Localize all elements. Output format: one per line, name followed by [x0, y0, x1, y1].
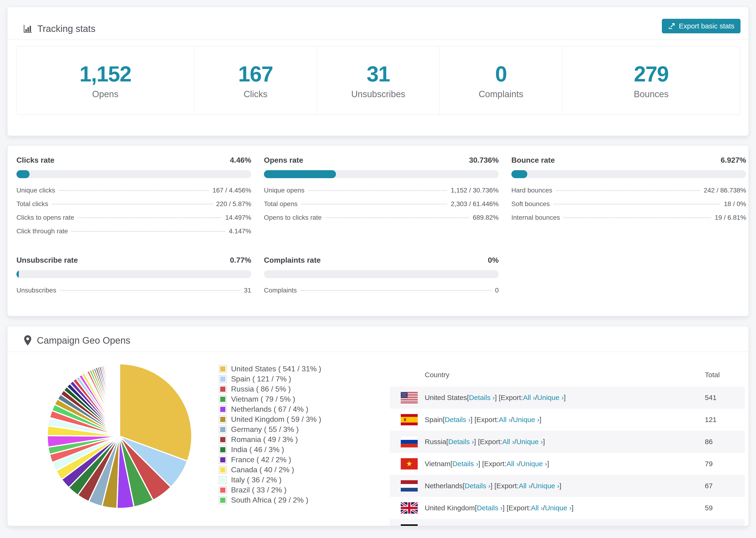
- export-unique-link[interactable]: Unique ›: [520, 460, 547, 468]
- country-name: United States: [425, 394, 467, 402]
- export-unique-link[interactable]: Unique ›: [516, 438, 543, 446]
- legend-item-brazil: Brazil ( 33 / 2% ): [219, 485, 321, 495]
- details-link[interactable]: Details ›: [456, 526, 482, 526]
- bracket: ] [Export:: [490, 482, 519, 490]
- country-name: Germany: [425, 526, 454, 526]
- bracket: ]: [543, 438, 545, 446]
- total-cell: 121: [705, 416, 745, 424]
- dotted-leader: [72, 231, 225, 232]
- export-unique-link[interactable]: Unique ›: [513, 416, 539, 424]
- details-link[interactable]: Details ›: [453, 460, 478, 468]
- rate-row-label: Clicks to opens rate: [17, 214, 74, 221]
- details-link[interactable]: Details ›: [469, 394, 495, 402]
- legend-swatch: [219, 405, 227, 413]
- flag-gb-icon: [401, 502, 418, 513]
- export-unique-link[interactable]: Unique ›: [537, 394, 564, 402]
- table-row-de: Germany [Details ›] [Export: All › / Uni…: [390, 519, 745, 526]
- export-unique-link[interactable]: Unique ›: [524, 526, 550, 526]
- stat-value: 167: [238, 62, 273, 86]
- rate-block-bounce-rate: Bounce rate6.927%Hard bounces242 / 86.73…: [512, 156, 746, 228]
- rate-row-label: Opens to clicks rate: [264, 214, 322, 221]
- legend-swatch: [219, 395, 227, 403]
- export-basic-stats-button[interactable]: Export basic stats: [662, 19, 740, 33]
- legend-item-netherlands: Netherlands ( 67 / 4% ): [219, 404, 321, 414]
- rate-row-label: Total opens: [264, 200, 297, 208]
- pie-slice-other: [119, 364, 120, 436]
- legend-item-canada: Canada ( 40 / 2% ): [219, 465, 321, 475]
- geo-header-separator: [8, 351, 748, 352]
- slash: /: [522, 526, 523, 526]
- geo-opens-pie-chart: [44, 361, 195, 511]
- rate-row: Unique clicks167 / 4.456%: [17, 187, 251, 200]
- country-name: United Kingdom: [425, 504, 475, 512]
- legend-label: Vietnam ( 79 / 5% ): [231, 395, 295, 404]
- rates-card: Clicks rate4.46%Unique clicks167 / 4.456…: [7, 145, 749, 316]
- export-all-link[interactable]: All ›: [531, 504, 543, 512]
- total-cell: 541: [705, 394, 745, 402]
- legend-label: Russia ( 86 / 5% ): [231, 385, 291, 394]
- export-all-link[interactable]: All ›: [510, 526, 522, 526]
- dotted-leader: [300, 290, 491, 291]
- rate-row: Total opens2,303 / 61.446%: [264, 200, 499, 214]
- rate-progress-track: [264, 270, 499, 278]
- export-unique-link[interactable]: Unique ›: [545, 504, 571, 512]
- legend-item-germany: Germany ( 55 / 3% ): [219, 424, 321, 435]
- table-row-vn: Vietnam [Details ›] [Export: All › / Uni…: [390, 453, 745, 475]
- stat-value: 279: [634, 62, 669, 86]
- flag-ru-icon: [401, 436, 418, 447]
- rate-row: Hard bounces242 / 86.738%: [512, 187, 746, 200]
- geo-title-text: Campaign Geo Opens: [37, 335, 130, 346]
- rate-row-label: Unique clicks: [17, 187, 55, 194]
- legend-label: Romania ( 49 / 3% ): [231, 435, 298, 444]
- slash: /: [543, 504, 545, 512]
- rate-row-value: 2,303 / 61.446%: [451, 200, 499, 208]
- flag-de-icon: [401, 524, 418, 526]
- rate-row-value: 18 / 0%: [724, 200, 746, 208]
- rate-value: 30.736%: [469, 156, 499, 165]
- campaign-geo-opens-card: Campaign Geo Opens United States ( 541 /…: [7, 326, 749, 526]
- details-link[interactable]: Details ›: [448, 438, 474, 446]
- legend-item-vietnam: Vietnam ( 79 / 5% ): [219, 394, 321, 404]
- country-cell: Spain [Details ›] [Export: All › / Uniqu…: [390, 414, 705, 425]
- details-link[interactable]: Details ›: [445, 416, 470, 424]
- rate-row: Internal bounces19 / 6.81%: [512, 214, 746, 228]
- rate-row: Clicks to opens rate14.497%: [17, 214, 251, 228]
- legend-label: Brazil ( 33 / 2% ): [231, 486, 287, 494]
- dotted-leader: [301, 204, 447, 204]
- rate-row-label: Complaints: [264, 287, 297, 294]
- export-unique-link[interactable]: Unique ›: [533, 482, 559, 490]
- rate-head: Complaints rate0%: [264, 256, 499, 265]
- rate-row: Click through rate4.147%: [17, 228, 251, 241]
- column-header-total: Total: [705, 371, 745, 379]
- pie-legend: United States ( 541 / 31% )Spain ( 121 /…: [219, 364, 321, 505]
- rate-row-value: 19 / 6.81%: [715, 214, 746, 221]
- export-all-link[interactable]: All ›: [519, 482, 531, 490]
- rate-row: Opens to clicks rate689.82%: [264, 214, 499, 228]
- legend-item-south-africa: South Africa ( 29 / 2% ): [219, 495, 321, 505]
- legend-item-india: India ( 46 / 3% ): [219, 445, 321, 455]
- summary-stat-unsubscribes: 31Unsubscribes: [317, 46, 440, 115]
- bracket: ] [Export:: [482, 526, 510, 526]
- rate-row: Unique opens1,152 / 30.736%: [264, 187, 499, 200]
- details-link[interactable]: Details ›: [477, 504, 503, 512]
- stat-label: Unsubscribes: [351, 89, 405, 99]
- legend-label: Italy ( 36 / 2% ): [231, 476, 282, 484]
- bracket: ]: [540, 416, 541, 424]
- dotted-leader: [553, 204, 720, 204]
- rate-title: Complaints rate: [264, 256, 321, 265]
- export-all-link[interactable]: All ›: [499, 416, 511, 424]
- table-row-us: United States [Details ›] [Export: All ›…: [390, 387, 745, 409]
- tracking-stats-page: { "header": { "title": "Tracking stats",…: [0, 0, 756, 538]
- export-all-link[interactable]: All ›: [502, 438, 514, 446]
- bracket: [: [475, 504, 477, 512]
- details-link[interactable]: Details ›: [465, 482, 490, 490]
- export-all-link[interactable]: All ›: [507, 460, 519, 468]
- rate-row: Total clicks220 / 5.87%: [17, 200, 251, 214]
- bracket: ] [Export:: [470, 416, 499, 424]
- legend-item-spain: Spain ( 121 / 7% ): [219, 374, 321, 384]
- rate-value: 0%: [488, 256, 499, 265]
- legend-item-romania: Romania ( 49 / 3% ): [219, 435, 321, 445]
- summary-stat-complaints: 0Complaints: [440, 46, 563, 115]
- flag-es-icon: [401, 414, 418, 425]
- export-all-link[interactable]: All ›: [523, 394, 535, 402]
